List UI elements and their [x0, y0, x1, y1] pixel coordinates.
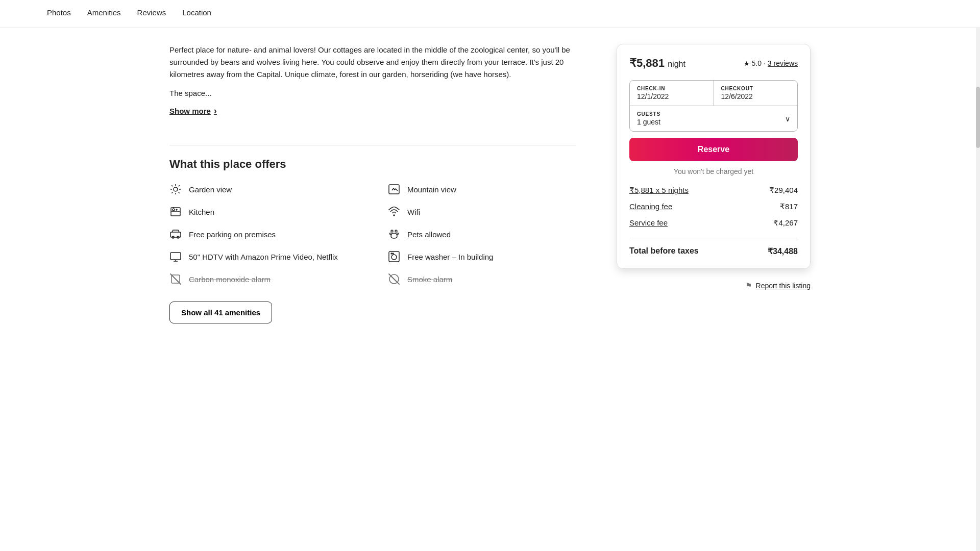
reviews-link[interactable]: 3 reviews: [768, 59, 798, 67]
svg-point-28: [391, 253, 392, 254]
kitchen-label: Kitchen: [189, 208, 214, 216]
cleaning-fee-label[interactable]: Cleaning fee: [629, 202, 672, 211]
smoke-alarm-icon: [388, 273, 400, 285]
svg-point-19: [391, 230, 393, 232]
tv-icon: [169, 251, 182, 263]
checkout-value: 12/6/2022: [721, 92, 791, 101]
amenity-mountain-view: Mountain view: [388, 183, 576, 195]
svg-rect-26: [389, 252, 399, 262]
mountain-view-icon: [388, 183, 400, 195]
svg-point-15: [394, 215, 395, 216]
svg-point-29: [393, 253, 394, 254]
pets-icon: [388, 228, 400, 240]
svg-point-32: [389, 274, 399, 284]
pets-label: Pets allowed: [407, 230, 451, 239]
svg-point-21: [390, 233, 391, 235]
guests-field[interactable]: GUESTS 1 guest ∨: [630, 106, 797, 131]
nights-breakdown-label[interactable]: ₹5,881 x 5 nights: [629, 186, 689, 195]
amenity-kitchen: Kitchen: [169, 206, 357, 218]
report-section: ⚑ Report this listing: [617, 281, 811, 290]
price-header: ₹5,881 night ★ 5.0 · 3 reviews: [629, 57, 798, 70]
checkin-label: CHECK-IN: [637, 86, 706, 91]
garden-view-icon: [169, 183, 182, 195]
rating-separator: ·: [764, 59, 766, 67]
description-text: Perfect place for nature- and animal lov…: [169, 44, 576, 81]
svg-line-33: [390, 276, 398, 283]
svg-point-0: [174, 187, 178, 191]
show-more-link[interactable]: Show more: [169, 106, 217, 116]
main-content: Perfect place for nature- and animal lov…: [122, 28, 857, 340]
top-navigation: Photos Amenities Reviews Location: [0, 0, 980, 28]
amenity-pets: Pets allowed: [388, 228, 576, 240]
cleaning-fee-amount: ₹817: [780, 202, 798, 211]
booking-card: ₹5,881 night ★ 5.0 · 3 reviews CHECK-IN …: [617, 44, 811, 269]
scrollbar-track[interactable]: [976, 0, 980, 340]
nav-photos[interactable]: Photos: [47, 8, 71, 19]
svg-line-31: [172, 275, 180, 283]
parking-label: Free parking on premises: [189, 230, 276, 239]
amenity-smoke-alarm: Smoke alarm: [388, 273, 576, 285]
checkin-field[interactable]: CHECK-IN 12/1/2022: [630, 81, 714, 106]
svg-line-7: [172, 192, 173, 193]
svg-point-27: [391, 255, 397, 260]
amenity-wifi: Wifi: [388, 206, 576, 218]
wifi-label: Wifi: [407, 208, 420, 216]
chevron-down-icon: ∨: [785, 115, 790, 123]
flag-icon: ⚑: [745, 281, 752, 290]
nights-breakdown-amount: ₹29,404: [769, 186, 798, 195]
date-row: CHECK-IN 12/1/2022 CHECKOUT 12/6/2022: [630, 81, 797, 106]
left-column: Perfect place for nature- and animal lov…: [169, 44, 576, 323]
amenities-title: What this place offers: [169, 158, 576, 171]
amenities-grid: Garden view Mountain view: [169, 183, 576, 285]
total-label: Total before taxes: [629, 246, 699, 256]
svg-point-11: [176, 209, 177, 210]
section-divider: [169, 145, 576, 145]
washer-label: Free washer – In building: [407, 253, 493, 261]
rating-block: ★ 5.0 · 3 reviews: [744, 59, 798, 67]
guests-value: 1 guest: [637, 118, 660, 126]
svg-line-5: [172, 185, 173, 186]
co-alarm-icon: [169, 273, 182, 285]
svg-point-20: [395, 230, 397, 232]
nav-reviews[interactable]: Reviews: [137, 8, 166, 19]
star-icon: ★: [744, 60, 750, 67]
total-row: Total before taxes ₹34,488: [629, 246, 798, 256]
nights-price-row: ₹5,881 x 5 nights ₹29,404: [629, 186, 798, 195]
checkout-field[interactable]: CHECKOUT 12/6/2022: [714, 81, 798, 106]
show-all-amenities-button[interactable]: Show all 41 amenities: [169, 302, 272, 323]
amenity-garden-view: Garden view: [169, 183, 357, 195]
no-charge-text: You won't be charged yet: [629, 167, 798, 176]
tv-label: 50" HDTV with Amazon Prime Video, Netfli…: [189, 253, 338, 261]
price-display: ₹5,881 night: [629, 57, 685, 70]
washer-icon: [388, 251, 400, 263]
date-guest-box: CHECK-IN 12/1/2022 CHECKOUT 12/6/2022 GU…: [629, 80, 798, 132]
guests-label: GUESTS: [637, 111, 660, 117]
cleaning-fee-row: Cleaning fee ₹817: [629, 202, 798, 211]
service-fee-label[interactable]: Service fee: [629, 218, 668, 228]
smoke-alarm-label: Smoke alarm: [407, 275, 452, 284]
amenity-co-alarm: Carbon monoxide alarm: [169, 273, 357, 285]
price-amount: ₹5,881: [629, 57, 665, 69]
service-fee-amount: ₹4,267: [773, 218, 798, 228]
scrollbar-thumb[interactable]: [976, 87, 980, 148]
mountain-view-label: Mountain view: [407, 185, 456, 194]
amenity-tv: 50" HDTV with Amazon Prime Video, Netfli…: [169, 251, 357, 263]
svg-point-22: [397, 233, 399, 235]
reserve-button[interactable]: Reserve: [629, 138, 798, 161]
checkout-label: CHECKOUT: [721, 86, 791, 91]
report-listing-link[interactable]: Report this listing: [756, 282, 811, 290]
service-fee-row: Service fee ₹4,267: [629, 218, 798, 228]
svg-line-8: [179, 185, 180, 186]
wifi-icon: [388, 206, 400, 218]
nav-amenities[interactable]: Amenities: [87, 8, 121, 19]
co-alarm-label: Carbon monoxide alarm: [189, 275, 271, 284]
rating-value: 5.0: [752, 59, 762, 67]
svg-line-6: [179, 192, 180, 193]
nav-location[interactable]: Location: [182, 8, 211, 19]
svg-point-10: [173, 209, 175, 211]
amenity-washer: Free washer – In building: [388, 251, 576, 263]
guests-inner: GUESTS 1 guest: [637, 111, 660, 126]
the-space-text: The space...: [169, 89, 576, 97]
price-unit: night: [668, 60, 685, 68]
amenity-parking: Free parking on premises: [169, 228, 357, 240]
